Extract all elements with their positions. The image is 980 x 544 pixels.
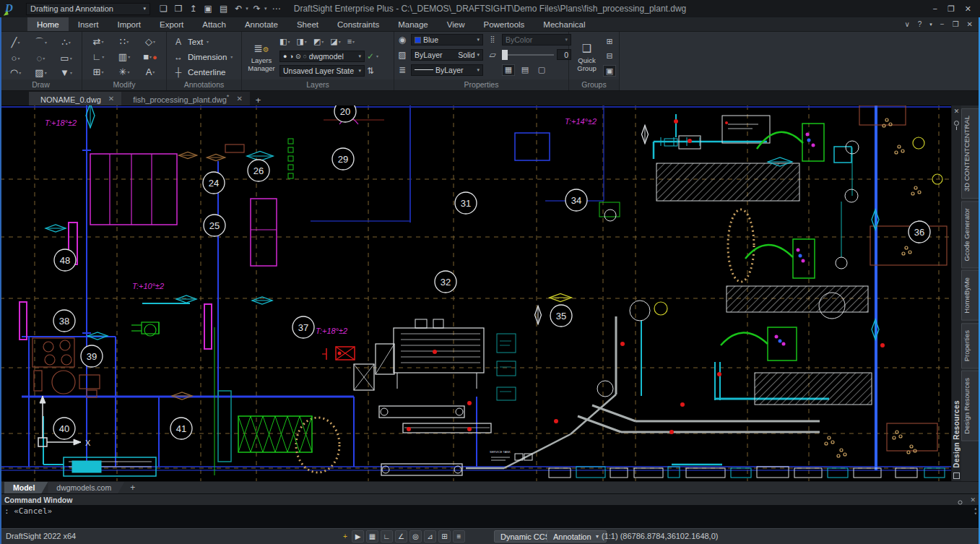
chevron-down-icon[interactable]: ▾ bbox=[45, 40, 47, 45]
draw-tool-3[interactable]: ○▾ bbox=[3, 53, 28, 64]
mdi-minimize-button[interactable]: − bbox=[940, 20, 945, 28]
layer-tool-0[interactable]: ◧▾ bbox=[279, 37, 290, 46]
line-color-icon[interactable]: ◉ bbox=[396, 35, 409, 45]
chevron-down-icon[interactable]: ▾ bbox=[305, 39, 307, 44]
chevron-down-icon[interactable]: ▾ bbox=[264, 6, 267, 12]
chevron-down-icon[interactable]: ▾ bbox=[127, 69, 129, 74]
palette-tab-design-resources[interactable]: Design Resources bbox=[961, 371, 980, 441]
modify-tool-5[interactable]: ■▾● bbox=[137, 51, 163, 62]
chevron-down-icon[interactable]: ▾ bbox=[101, 39, 103, 44]
workspace-dropdown[interactable]: Drafting and Annotation ▾ bbox=[26, 3, 150, 15]
drawing-canvas[interactable]: T:+18°±2T:+14°±2T:+10°±2T:+18°±2XSERVICE… bbox=[0, 105, 951, 481]
undo-icon[interactable]: ↶ bbox=[233, 4, 244, 14]
chevron-down-icon[interactable]: ▾ bbox=[153, 39, 155, 44]
modify-tool-2[interactable]: ◇▾ bbox=[137, 36, 163, 47]
modify-tool-7[interactable]: ✳▾ bbox=[111, 66, 137, 77]
draw-tool-5[interactable]: ▭▾ bbox=[53, 53, 79, 64]
chevron-down-icon[interactable]: ▾ bbox=[43, 56, 45, 61]
chevron-down-icon[interactable]: ▾ bbox=[17, 40, 19, 45]
layers-manager-button[interactable]: ≣⚙ Layers Manager bbox=[245, 34, 278, 79]
chevron-down-icon[interactable]: ▾ bbox=[321, 39, 324, 44]
match-properties-icon[interactable]: ▦ bbox=[502, 64, 515, 76]
chevron-down-icon[interactable]: ▾ bbox=[128, 54, 130, 59]
restore-button[interactable]: ❐ bbox=[948, 4, 955, 14]
edit-group-icon[interactable]: ▣ bbox=[603, 65, 616, 77]
dimension-tool-button[interactable]: ↔ Dimension ▾ bbox=[173, 50, 238, 64]
print-style-icon[interactable]: ⦙⦙ bbox=[485, 35, 500, 45]
slider-handle[interactable] bbox=[502, 50, 508, 60]
chevron-down-icon[interactable]: ▾ bbox=[19, 70, 21, 75]
ribbon-tab-import[interactable]: Import bbox=[108, 17, 150, 31]
palette-tab-properties[interactable]: Properties bbox=[961, 323, 980, 368]
layer-tool-3[interactable]: ◪▾ bbox=[330, 37, 340, 46]
ribbon-tab-home[interactable]: Home bbox=[27, 17, 69, 31]
chevron-down-icon[interactable]: ▾ bbox=[69, 40, 71, 45]
draw-tool-0[interactable]: ╱▾ bbox=[3, 36, 28, 49]
ribbon-tab-view[interactable]: View bbox=[438, 17, 474, 31]
help-chevron-icon[interactable]: ▾ bbox=[929, 22, 932, 27]
group-icon[interactable]: ⊞ bbox=[603, 35, 616, 47]
line-style-icon[interactable]: ▨ bbox=[396, 50, 409, 60]
line-weight-combo[interactable]: ByLayer ▾ bbox=[411, 64, 483, 76]
chevron-down-icon[interactable]: ▾ bbox=[126, 39, 129, 44]
modify-tool-3[interactable]: ∟▾ bbox=[85, 51, 111, 62]
more-icon[interactable]: ⋯ bbox=[269, 4, 282, 14]
minimize-button[interactable]: − bbox=[932, 4, 937, 14]
command-scroll-spinner[interactable]: ▴▾ bbox=[974, 506, 977, 517]
ungroup-icon[interactable]: ⊟ bbox=[603, 51, 616, 62]
layer-tool-1[interactable]: ◨▾ bbox=[296, 37, 306, 46]
chevron-down-icon[interactable]: ▾ bbox=[70, 56, 72, 61]
command-history[interactable]: : «Cancel» ▴▾ bbox=[0, 505, 980, 528]
entity-bias-icon[interactable]: ⊞ bbox=[438, 530, 451, 543]
help-icon[interactable]: ? bbox=[918, 20, 922, 28]
doc-tab-noname[interactable]: NONAME_0.dwg ✕ bbox=[29, 92, 121, 105]
slider-track[interactable] bbox=[502, 54, 554, 56]
collapse-ribbon-icon[interactable]: ∨ bbox=[904, 20, 909, 28]
chevron-down-icon[interactable]: ▾ bbox=[102, 54, 104, 59]
ribbon-tab-attach[interactable]: Attach bbox=[193, 17, 235, 31]
close-button[interactable]: ✕ bbox=[965, 4, 971, 14]
etrack-icon[interactable]: ⊿ bbox=[424, 530, 436, 543]
quick-group-button[interactable]: ❑ Quick Group bbox=[572, 34, 602, 79]
layer-tool-4[interactable]: ≡▾ bbox=[347, 37, 355, 46]
centerline-tool-button[interactable]: ┼ Centerline bbox=[173, 65, 238, 79]
chevron-down-icon[interactable]: ▾ bbox=[376, 53, 378, 59]
ribbon-tab-powertools[interactable]: Powertools bbox=[474, 17, 534, 31]
line-color-combo[interactable]: Blue ▾ bbox=[411, 34, 483, 46]
pin-icon[interactable] bbox=[954, 121, 959, 126]
entity-properties-icon[interactable]: ▢ bbox=[535, 64, 548, 76]
snap-grid-icon[interactable]: ▦ bbox=[366, 530, 378, 543]
chevron-down-icon[interactable]: ▾ bbox=[246, 6, 248, 12]
modify-tool-8[interactable]: A▾ bbox=[137, 66, 163, 77]
palette-tab-gcode-generator[interactable]: Gcode Generator bbox=[961, 201, 980, 268]
close-icon[interactable]: ✕ bbox=[108, 95, 114, 103]
draw-tool-2[interactable]: ∴▾ bbox=[53, 36, 79, 49]
palette-tab-homebyme[interactable]: HomeByMe bbox=[961, 270, 980, 321]
line-weight-icon[interactable]: ≣ bbox=[396, 65, 409, 75]
modify-tool-4[interactable]: ▥▾ bbox=[111, 51, 137, 62]
transparency-slider[interactable]: 0 bbox=[502, 49, 571, 60]
print-style-combo[interactable]: ByColor ▾ bbox=[502, 34, 571, 46]
ortho-icon[interactable]: ∟ bbox=[381, 530, 393, 543]
quick-snap-icon[interactable]: + bbox=[341, 530, 350, 543]
save-icon[interactable]: ▣ bbox=[202, 4, 214, 14]
layer-state-combo[interactable]: Unsaved Layer State ▾ bbox=[279, 65, 365, 77]
esnap-icon[interactable]: ◎ bbox=[409, 530, 422, 543]
mdi-restore-button[interactable]: ❐ bbox=[953, 20, 959, 28]
new-file-icon[interactable]: ❏ bbox=[157, 4, 170, 14]
modify-tool-0[interactable]: ⇄▾ bbox=[85, 36, 111, 47]
layer-combo[interactable]: ● ◑ ⊙ ○ dwgmodel ▾ bbox=[279, 51, 365, 62]
mdi-close-button[interactable]: ✕ bbox=[967, 20, 973, 28]
draw-tool-7[interactable]: ▨▾ bbox=[28, 67, 53, 78]
lineweight-icon[interactable]: ≡ bbox=[453, 530, 465, 543]
chevron-down-icon[interactable]: ▾ bbox=[352, 39, 355, 44]
polar-icon[interactable]: ∠ bbox=[395, 530, 407, 543]
chevron-down-icon[interactable]: ▾ bbox=[45, 70, 47, 75]
tab-dwgmodels[interactable]: dwgmodels.com bbox=[48, 482, 124, 493]
layer-state-transfer-icon[interactable]: ⇅ bbox=[367, 66, 374, 76]
ribbon-tab-export[interactable]: Export bbox=[150, 17, 193, 31]
text-tool-button[interactable]: A Text ▾ bbox=[173, 35, 238, 49]
import-icon[interactable]: ↥ bbox=[188, 4, 199, 14]
draw-tool-8[interactable]: ▼▾ bbox=[53, 67, 79, 78]
chevron-down-icon[interactable]: ▾ bbox=[70, 70, 72, 75]
